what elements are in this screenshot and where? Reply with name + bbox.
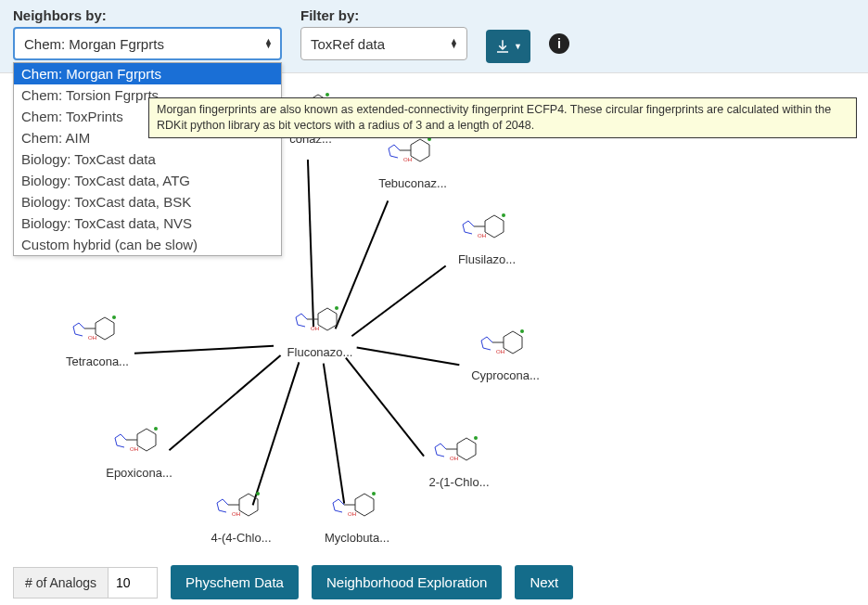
download-button[interactable]: ▼ bbox=[486, 30, 530, 63]
updown-icon: ▲▼ bbox=[450, 39, 458, 48]
neighbors-select-wrap: Chem: Morgan Fgrprts ▲▼ Chem: Morgan Fgr… bbox=[13, 27, 282, 60]
filter-group: Filter by: ToxRef data ▲▼ bbox=[300, 7, 467, 60]
svg-text:OH: OH bbox=[130, 446, 138, 452]
fingerprint-tooltip: Morgan fingerprints are also known as ex… bbox=[148, 97, 857, 138]
neighbors-option[interactable]: Biology: ToxCast data bbox=[14, 148, 281, 170]
svg-point-31 bbox=[372, 492, 376, 496]
caret-down-icon: ▼ bbox=[514, 42, 522, 51]
svg-point-27 bbox=[474, 436, 478, 440]
svg-point-39 bbox=[154, 427, 158, 431]
analogs-input[interactable] bbox=[108, 567, 158, 599]
node-label: Cyprocona... bbox=[464, 368, 547, 382]
svg-text:OH: OH bbox=[403, 157, 412, 162]
svg-point-47 bbox=[335, 306, 338, 310]
node-label: Epoxicona... bbox=[97, 466, 181, 480]
physchem-button[interactable]: Physchem Data bbox=[171, 565, 299, 599]
neighbor-node[interactable]: OH Epoxicona... bbox=[97, 419, 181, 480]
svg-marker-13 bbox=[411, 139, 429, 161]
svg-marker-29 bbox=[355, 494, 374, 516]
node-label: Tetracona... bbox=[56, 354, 139, 368]
neighbors-option[interactable]: Custom hybrid (can be slow) bbox=[14, 234, 281, 255]
svg-marker-33 bbox=[239, 494, 258, 516]
neighbors-group: Neighbors by: Chem: Morgan Fgrprts ▲▼ Ch… bbox=[13, 7, 282, 60]
analogs-group: # of Analogs bbox=[13, 567, 158, 599]
svg-text:OH: OH bbox=[450, 456, 458, 461]
neighbors-option[interactable]: Biology: ToxCast data, NVS bbox=[14, 212, 281, 234]
svg-point-43 bbox=[112, 315, 116, 319]
svg-marker-45 bbox=[318, 308, 337, 330]
svg-marker-17 bbox=[485, 215, 504, 238]
molecule-icon: OH bbox=[327, 484, 387, 529]
info-icon[interactable]: i bbox=[549, 33, 569, 54]
molecule-icon: OH bbox=[68, 308, 127, 353]
neighbor-node[interactable]: OH 4-(4-Chlo... bbox=[199, 484, 283, 545]
node-label: 2-(1-Chlo... bbox=[417, 475, 501, 489]
filter-toolbar: Neighbors by: Chem: Morgan Fgrprts ▲▼ Ch… bbox=[0, 0, 868, 73]
svg-text:OH: OH bbox=[232, 511, 240, 517]
svg-point-19 bbox=[502, 213, 505, 217]
neighbors-option[interactable]: Chem: Morgan Fgrprts bbox=[14, 63, 281, 84]
analogs-label: # of Analogs bbox=[13, 567, 108, 599]
molecule-icon: OH bbox=[476, 322, 535, 367]
next-button[interactable]: Next bbox=[515, 565, 573, 599]
svg-line-3 bbox=[357, 347, 460, 365]
neighbors-label: Neighbors by: bbox=[13, 7, 282, 23]
neighbor-node[interactable]: OH Flusilazo... bbox=[445, 206, 529, 266]
svg-line-8 bbox=[134, 346, 274, 354]
download-icon bbox=[494, 38, 511, 55]
neighbors-select[interactable]: Chem: Morgan Fgrprts ▲▼ bbox=[13, 27, 282, 60]
molecule-icon: OH bbox=[109, 419, 169, 464]
filter-select[interactable]: ToxRef data ▲▼ bbox=[300, 27, 467, 60]
neighbors-dropdown[interactable]: Chem: Morgan FgrprtsChem: Torsion Fgrprt… bbox=[13, 62, 282, 256]
svg-marker-37 bbox=[137, 429, 156, 451]
node-label: Tebuconaz... bbox=[371, 176, 454, 190]
neighborhood-exploration-button[interactable]: Neighborhood Exploration bbox=[312, 565, 502, 599]
neighbor-node[interactable]: OH Myclobuta... bbox=[315, 484, 399, 545]
filter-select-value: ToxRef data bbox=[311, 36, 385, 52]
neighbor-node[interactable]: OH Tebuconaz... bbox=[371, 130, 454, 190]
svg-point-23 bbox=[520, 329, 524, 333]
neighbors-select-value: Chem: Morgan Fgrprts bbox=[24, 36, 164, 52]
bottom-toolbar: # of Analogs Physchem Data Neighborhood … bbox=[13, 565, 855, 599]
filter-select-wrap: ToxRef data ▲▼ bbox=[300, 27, 467, 60]
neighbor-node[interactable]: OH 2-(1-Chlo... bbox=[417, 429, 501, 489]
svg-marker-25 bbox=[457, 438, 476, 460]
neighbors-option[interactable]: Biology: ToxCast data, BSK bbox=[14, 191, 281, 212]
svg-text:OH: OH bbox=[478, 233, 486, 238]
neighbor-node[interactable]: OH Tetracona... bbox=[56, 308, 139, 368]
svg-text:OH: OH bbox=[311, 326, 319, 331]
svg-marker-21 bbox=[504, 331, 522, 354]
svg-text:OH: OH bbox=[88, 335, 96, 341]
svg-line-5 bbox=[324, 364, 344, 504]
svg-line-2 bbox=[351, 266, 445, 337]
svg-point-11 bbox=[326, 93, 329, 97]
svg-text:OH: OH bbox=[348, 511, 356, 517]
center-node[interactable]: OH Fluconazo... bbox=[278, 299, 362, 359]
molecule-icon: OH bbox=[457, 206, 517, 251]
neighbor-node[interactable]: OH Cyprocona... bbox=[464, 322, 547, 382]
molecule-icon: OH bbox=[211, 484, 271, 529]
updown-icon: ▲▼ bbox=[264, 39, 273, 48]
svg-line-4 bbox=[346, 358, 424, 457]
node-label: Fluconazo... bbox=[278, 345, 362, 359]
svg-point-35 bbox=[256, 492, 260, 496]
node-label: 4-(4-Chlo... bbox=[199, 531, 283, 545]
molecule-icon: OH bbox=[429, 429, 489, 473]
neighbors-option[interactable]: Biology: ToxCast data, ATG bbox=[14, 170, 281, 191]
node-label: Flusilazo... bbox=[445, 252, 529, 266]
svg-text:OH: OH bbox=[496, 349, 504, 354]
svg-line-7 bbox=[169, 355, 280, 450]
molecule-icon: OH bbox=[290, 299, 350, 343]
node-label: Myclobuta... bbox=[315, 531, 399, 545]
svg-marker-41 bbox=[96, 317, 114, 340]
filter-label: Filter by: bbox=[300, 7, 467, 23]
